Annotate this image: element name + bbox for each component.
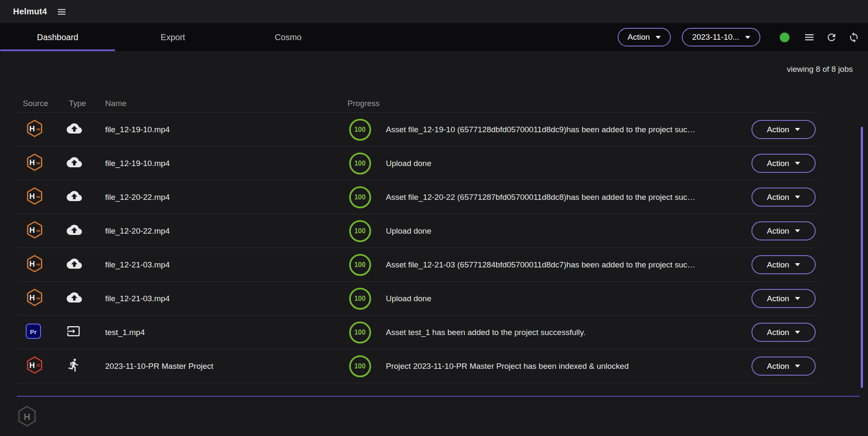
chevron-down-icon [745, 36, 750, 39]
premiere-icon: Pr [25, 323, 41, 341]
tab-bar: Dashboard Export Cosmo Action 2023-11-10… [0, 23, 868, 51]
job-name: file_12-21-03.mp4 [95, 260, 338, 270]
chevron-down-icon [795, 162, 800, 165]
hio-icon: H ∞ [25, 221, 44, 241]
helmut-logo-icon: H [17, 421, 37, 428]
chevron-down-icon [656, 36, 661, 39]
action-dropdown[interactable]: Action [618, 28, 671, 46]
header-name: Name [95, 99, 338, 108]
toolbar: Action 2023-11-10... [618, 28, 868, 46]
date-dropdown-label: 2023-11-10... [692, 33, 739, 42]
chevron-down-icon [795, 196, 800, 199]
chevron-down-icon [795, 331, 800, 334]
row-action-button[interactable]: Action [751, 221, 816, 240]
tab-cosmo[interactable]: Cosmo [231, 23, 346, 51]
tab-export[interactable]: Export [115, 23, 231, 51]
job-message: Upload done [382, 294, 743, 303]
svg-text:H: H [30, 260, 35, 268]
table-body: H ∞ file_12-19-10.mp4 100 Asset file_12-… [17, 113, 819, 383]
job-name: file_12-19-10.mp4 [95, 125, 338, 134]
action-dropdown-label: Action [628, 33, 650, 42]
svg-text:∞: ∞ [36, 193, 40, 200]
table-header: Source Type Name Progress [17, 94, 819, 113]
chevron-down-icon [795, 128, 800, 131]
tab-label: Dashboard [37, 33, 79, 42]
progress-indicator: 100 [349, 355, 371, 377]
hio-icon: H ∞ [25, 254, 44, 275]
jobs-table: Source Type Name Progress H ∞ file_12-19… [17, 94, 819, 383]
status-indicator [780, 33, 789, 42]
main-content: viewing 8 of 8 jobs Source Type Name Pro… [0, 51, 868, 429]
hio-icon: H ∞ [25, 288, 44, 309]
progress-indicator: 100 [349, 119, 371, 141]
svg-text:✕: ✕ [36, 362, 40, 368]
row-action-button[interactable]: Action [751, 188, 816, 207]
running-icon [67, 358, 81, 374]
tab-dashboard[interactable]: Dashboard [0, 23, 115, 51]
job-name: 2023-11-10-PR Master Project [95, 362, 338, 371]
refresh-icon[interactable] [826, 32, 837, 43]
list-icon[interactable] [804, 32, 815, 43]
import-icon [67, 324, 80, 340]
table-row: H ∞ file_12-21-03.mp4 100 Asset file_12-… [17, 248, 819, 282]
svg-text:Pr: Pr [30, 328, 37, 335]
cloud-upload-icon [67, 290, 82, 307]
table-row: H ∞ file_12-19-10.mp4 100 Upload done Ac… [17, 147, 819, 180]
row-action-button[interactable]: Action [751, 154, 816, 173]
job-message: Asset file_12-20-22 (65771287bfd05700011… [382, 193, 743, 202]
date-dropdown[interactable]: 2023-11-10... [682, 28, 760, 46]
hio-icon: H ∞ [25, 187, 44, 207]
svg-text:H: H [30, 226, 35, 234]
table-row: H ∞ file_12-21-03.mp4 100 Upload done Ac… [17, 282, 819, 316]
progress-indicator: 100 [349, 186, 371, 208]
menu-icon[interactable] [57, 7, 66, 16]
job-message: Asset file_12-19-10 (6577128dbfd05700011… [382, 125, 743, 134]
header-source: Source [17, 99, 63, 108]
progress-indicator: 100 [349, 322, 371, 343]
table-row: H ✕ 2023-11-10-PR Master Project 100 Pro… [17, 349, 819, 383]
svg-text:H: H [30, 294, 35, 302]
progress-indicator: 100 [349, 220, 371, 242]
table-row: Pr test_1.mp4 100 Asset test_1 has been … [17, 316, 819, 349]
tab-label: Cosmo [275, 33, 301, 42]
hfx-icon: H ✕ [25, 356, 44, 376]
chevron-down-icon [795, 365, 800, 368]
job-message: Asset test_1 has been added to the proje… [382, 328, 743, 337]
cloud-upload-icon [67, 256, 82, 273]
svg-text:H: H [30, 158, 35, 167]
table-row: H ∞ file_12-20-22.mp4 100 Asset file_12-… [17, 180, 819, 214]
job-name: file_12-19-10.mp4 [95, 159, 338, 168]
chevron-down-icon [795, 229, 800, 232]
row-action-button[interactable]: Action [751, 289, 816, 308]
job-name: file_12-21-03.mp4 [95, 294, 338, 303]
header-type: Type [63, 99, 95, 108]
footer: H [17, 405, 868, 429]
app-title: Helmut4 [13, 7, 47, 16]
job-name: test_1.mp4 [95, 328, 338, 337]
svg-text:∞: ∞ [36, 295, 40, 301]
cloud-upload-icon [67, 188, 82, 206]
progress-indicator: 100 [349, 254, 371, 276]
row-action-button[interactable]: Action [751, 357, 816, 376]
row-action-button[interactable]: Action [751, 120, 816, 139]
table-row: H ∞ file_12-19-10.mp4 100 Asset file_12-… [17, 113, 819, 147]
svg-text:∞: ∞ [36, 227, 40, 234]
job-name: file_12-20-22.mp4 [95, 226, 338, 236]
header-progress: Progress [338, 99, 382, 108]
job-message: Project 2023-11-10-PR Master Project has… [382, 362, 743, 371]
svg-text:H: H [24, 411, 30, 422]
row-action-button[interactable]: Action [751, 323, 816, 342]
jobs-summary: viewing 8 of 8 jobs [0, 51, 868, 74]
svg-text:H: H [30, 361, 35, 370]
footer-divider [17, 396, 860, 397]
scrollbar[interactable] [861, 127, 863, 388]
cloud-upload-icon [67, 155, 82, 172]
table-row: H ∞ file_12-20-22.mp4 100 Upload done Ac… [17, 214, 819, 248]
svg-text:H: H [30, 192, 35, 201]
svg-text:∞: ∞ [36, 160, 40, 166]
row-action-button[interactable]: Action [751, 255, 816, 274]
svg-text:∞: ∞ [36, 126, 40, 132]
cloud-upload-icon [67, 121, 82, 138]
chevron-down-icon [795, 263, 800, 266]
sync-icon[interactable] [848, 32, 860, 43]
